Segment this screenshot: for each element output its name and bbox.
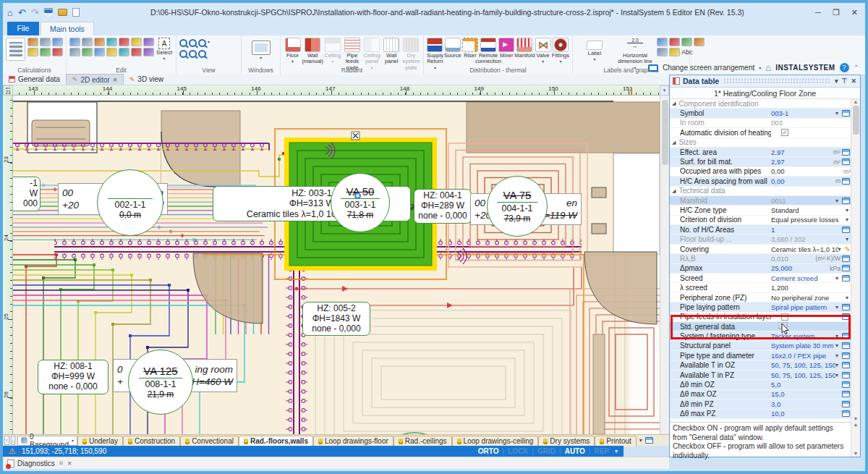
default-from-general-data-icon[interactable]: [842, 381, 850, 388]
paste-icon[interactable]: [94, 38, 105, 46]
ribbon-button-floor[interactable]: Floor▾: [284, 38, 302, 71]
tab-general-data[interactable]: General data: [3, 74, 66, 85]
property-row-max-oz[interactable]: Δθ max OZ15,0: [670, 390, 852, 399]
ruler-options-arrow[interactable]: ▾: [660, 85, 669, 96]
property-row-manifold[interactable]: Manifold0011▾: [670, 196, 852, 206]
default-from-general-data-icon[interactable]: [842, 227, 850, 233]
diagnostics-pin-icon[interactable]: ⌗: [59, 459, 64, 467]
property-row-min-pz[interactable]: Δθ min PZ3,0: [670, 399, 852, 409]
selection-handle[interactable]: [354, 192, 361, 199]
status-options-arrow[interactable]: ▾: [615, 448, 618, 454]
zoom-previous-icon[interactable]: [198, 50, 206, 58]
bill-of-materials-icon[interactable]: [27, 38, 38, 46]
section-technical-data[interactable]: ◢Technical data: [670, 187, 852, 196]
windows-arrow[interactable]: ▾: [244, 55, 277, 60]
property-row-floor-build-up[interactable]: Floor build-up ...3,660 / 202▾: [670, 234, 852, 244]
mode-auto[interactable]: AUTO: [565, 447, 585, 455]
zone-label-hz005[interactable]: HZ: 005-2ΦH=1843 Wnone - 0,000: [302, 302, 370, 336]
ribbon-button-supply-return[interactable]: Supply Return▾: [427, 38, 443, 70]
valve-label-va50[interactable]: VA 50003-1-171,8 m: [331, 173, 390, 232]
default-from-general-data-icon[interactable]: [842, 391, 850, 397]
delete-icon[interactable]: [119, 38, 129, 46]
valve-label-va002[interactable]: 002-1-10,0 m: [97, 169, 163, 236]
ribbon-button-fittings[interactable]: Fittings▾: [552, 38, 569, 70]
mode-grid[interactable]: GRID: [537, 447, 556, 455]
layer-manager-icon[interactable]: [645, 437, 653, 444]
layer-tab-loop-drawings-ceiling[interactable]: Loop drawings-ceiling: [452, 436, 539, 447]
screen-arrangement-arrow[interactable]: ▾: [759, 65, 761, 70]
property-row-pmax[interactable]: Δpmax25,000kPa: [670, 264, 852, 274]
property-row-occupied-area-with-pipes[interactable]: Occupied area with pipes0,00m²: [670, 167, 852, 177]
default-from-general-data-icon[interactable]: [842, 362, 850, 368]
move-icon[interactable]: [131, 38, 142, 46]
results-icon[interactable]: [40, 38, 51, 46]
ribbon-button-wall-manual[interactable]: Wall (manual): [303, 38, 322, 71]
image-icon[interactable]: [694, 38, 705, 46]
panel-drag-area[interactable]: [723, 78, 830, 84]
help-scrollbar[interactable]: ▲▼: [851, 422, 860, 457]
canvas-vertical-scrollbar[interactable]: [660, 96, 669, 434]
layer-tab-underlay[interactable]: Underlay: [77, 436, 123, 447]
default-from-general-data-icon[interactable]: [842, 149, 850, 156]
collapse-ribbon-icon[interactable]: ⌃: [854, 64, 859, 72]
default-from-general-data-icon[interactable]: [842, 304, 850, 310]
default-from-general-data-icon[interactable]: [842, 178, 850, 185]
warning-icon[interactable]: ⚠: [9, 447, 16, 456]
property-row-screed[interactable]: λ screed1,200: [670, 283, 852, 292]
ribbon-button-mixer[interactable]: Mixer: [498, 38, 514, 70]
checkbox-pipe-feeds-in-insulation-layer[interactable]: [781, 313, 788, 321]
section-component-identification[interactable]: ◢Component identification: [670, 99, 852, 109]
layer-tabs-more-arrow[interactable]: ▾: [637, 437, 645, 444]
dropdown-arrow[interactable]: ▾: [835, 110, 842, 117]
layer-tab-construction[interactable]: Construction: [123, 436, 180, 447]
layer-tab-rad-floors-walls[interactable]: Rad.-floors,walls: [239, 436, 313, 447]
property-row-h-c-zone-type[interactable]: H/C Zone typeStandard▾: [670, 206, 852, 215]
property-row-in-room[interactable]: In room003: [670, 119, 852, 128]
grid-icon[interactable]: [657, 48, 668, 56]
property-row-effect-area[interactable]: Effect. area2,97m²: [670, 148, 852, 157]
mode-lock[interactable]: LOCK: [508, 447, 528, 455]
default-from-general-data-icon[interactable]: [842, 275, 850, 282]
mode-orto[interactable]: ORTO: [478, 447, 499, 455]
layer-tab-rad-ceilings[interactable]: Rad.-ceilings: [393, 436, 452, 447]
ribbon-button-source[interactable]: Source: [444, 38, 461, 70]
calculate-button[interactable]: [6, 38, 25, 61]
layers-edit-icon[interactable]: [131, 48, 142, 56]
home-icon[interactable]: ⌂: [7, 8, 13, 17]
undo-icon[interactable]: ↶: [18, 8, 26, 17]
default-from-general-data-icon[interactable]: [842, 158, 850, 165]
edit-label-icon[interactable]: [657, 38, 668, 46]
dropdown-arrow[interactable]: ▾: [835, 198, 842, 204]
property-row-covering[interactable]: CoveringCeramic tiles λ=1,0 10mm - 0,01▾…: [670, 245, 852, 254]
layer-tab-printout[interactable]: Printout: [595, 436, 636, 447]
tab-2d-editor[interactable]: ✎2D editor×: [66, 74, 124, 85]
snap-icon[interactable]: [106, 48, 117, 56]
drop-icon[interactable]: [27, 48, 38, 56]
zoom-window-icon[interactable]: [189, 50, 197, 58]
dropdown-arrow[interactable]: ▾: [835, 372, 842, 378]
ribbon-button-valve[interactable]: Valve▾: [535, 38, 550, 70]
property-row-criterion-of-division[interactable]: Criterion of divisionEqual pressure loss…: [670, 216, 852, 225]
ribbon-button-label[interactable]: Label▾: [576, 38, 613, 70]
panel-pin-icon[interactable]: ⊤: [842, 77, 848, 85]
baseground-selector[interactable]: 0 Baseground▾: [17, 436, 77, 446]
layer-tab-dry-systems[interactable]: Dry systems: [538, 436, 595, 447]
cut-icon[interactable]: [106, 38, 117, 46]
default-from-general-data-icon[interactable]: [842, 372, 850, 378]
property-row-h-c-area-spacing-from-wall[interactable]: H/C Area spacing from wall0,00m: [670, 177, 852, 186]
tab-3d-view[interactable]: ✎3D view: [124, 74, 169, 85]
default-from-general-data-icon[interactable]: [842, 255, 850, 262]
diagnostics-close-icon[interactable]: ×: [67, 460, 72, 467]
default-from-general-data-icon[interactable]: [842, 198, 850, 204]
rotate-icon[interactable]: [69, 48, 80, 56]
panel-title-bar[interactable]: Data table ▾ ⊤ ✕: [670, 75, 860, 88]
checkbox-automatic-division-of-heating-zon[interactable]: ✓: [781, 129, 788, 136]
property-row-pipe-laying-pattern[interactable]: Pipe laying patternSpiral pipe pattern▾: [670, 302, 852, 312]
abc-text-button[interactable]: Abc: [681, 48, 693, 57]
property-row-screed[interactable]: ScreedCement screed▾: [670, 274, 852, 283]
zoom-extents-icon[interactable]: [198, 39, 206, 47]
table-graphic-icon[interactable]: [681, 38, 692, 46]
dropdown-arrow[interactable]: ▾: [835, 275, 842, 282]
group-icon[interactable]: [143, 48, 154, 56]
dropdown-arrow[interactable]: ▾: [835, 333, 842, 339]
